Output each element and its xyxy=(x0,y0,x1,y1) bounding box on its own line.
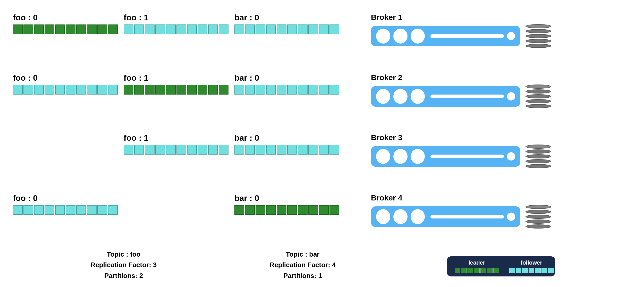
broker1-line-area xyxy=(428,32,515,40)
cell xyxy=(245,145,255,155)
cell xyxy=(219,145,228,155)
row2-bar0: bar : 0 xyxy=(234,68,371,128)
row1-foo1: foo : 1 xyxy=(124,8,234,68)
cell xyxy=(23,205,33,215)
cell xyxy=(124,85,133,95)
broker3-oval1 xyxy=(376,149,390,164)
cell xyxy=(176,145,186,155)
row1-bar0: bar : 0 xyxy=(234,8,371,68)
cell xyxy=(256,205,265,215)
cell xyxy=(87,205,97,215)
cell xyxy=(308,85,318,95)
broker4-db xyxy=(526,205,551,229)
broker4-label: Broker 4 xyxy=(371,193,402,202)
cell xyxy=(34,85,44,95)
cell xyxy=(45,24,54,34)
cell xyxy=(266,85,276,95)
cell xyxy=(319,205,329,215)
cell xyxy=(187,85,197,95)
db-disk xyxy=(526,44,551,48)
legend-follower-label: follower xyxy=(521,259,542,266)
cell xyxy=(266,24,276,34)
row1-foo0-label: foo : 0 xyxy=(13,13,124,22)
row1-bar0-label: bar : 0 xyxy=(234,13,371,22)
broker3-line-area xyxy=(428,152,515,161)
db-disk xyxy=(526,145,551,149)
foo-topic-info: Topic : foo Replication Factor: 3 Partit… xyxy=(13,248,234,279)
db-disk xyxy=(526,215,551,219)
row1-foo1-bar xyxy=(124,24,234,34)
legend-cell xyxy=(509,268,515,273)
cell xyxy=(277,205,286,215)
cell xyxy=(256,24,265,34)
cell xyxy=(134,85,144,95)
legend-cell xyxy=(541,268,547,273)
cell xyxy=(329,85,339,95)
legend-leader-label: leader xyxy=(469,259,485,266)
cell xyxy=(23,24,33,34)
broker3-circle xyxy=(507,152,515,161)
db-disk xyxy=(526,104,551,108)
legend-follower: follower xyxy=(509,259,554,273)
cell xyxy=(298,205,308,215)
cell xyxy=(34,24,44,34)
cell xyxy=(319,85,329,95)
row4-bar0-label: bar : 0 xyxy=(234,193,371,203)
broker1-oval3 xyxy=(411,29,425,44)
broker2-line xyxy=(430,95,504,98)
cell xyxy=(287,24,297,34)
cell xyxy=(329,205,339,215)
cell xyxy=(145,24,155,34)
broker2-line-area xyxy=(428,92,515,100)
row3-bar0-label: bar : 0 xyxy=(234,133,371,143)
row3-foo1: foo : 1 xyxy=(124,128,234,188)
row3-bar0-bar xyxy=(234,145,371,155)
cell xyxy=(45,205,54,215)
db-disk xyxy=(526,24,551,28)
row2-foo0-label: foo : 0 xyxy=(13,73,124,83)
cell xyxy=(87,85,97,95)
cell xyxy=(208,24,218,34)
cell xyxy=(198,85,207,95)
cell xyxy=(219,85,228,95)
cell xyxy=(145,85,155,95)
cell xyxy=(277,145,286,155)
db-disk xyxy=(526,205,551,209)
legend-cell xyxy=(468,268,473,273)
legend-cell xyxy=(461,268,467,273)
cell xyxy=(329,145,339,155)
row2-foo1-bar xyxy=(124,85,234,95)
row2-foo1-label: foo : 1 xyxy=(124,73,234,83)
cell xyxy=(166,24,176,34)
cell xyxy=(97,85,107,95)
cell xyxy=(124,24,133,34)
broker1-oval1 xyxy=(376,29,390,44)
broker2-db xyxy=(526,85,551,108)
cell xyxy=(245,24,255,34)
broker1-box xyxy=(371,26,520,46)
cell xyxy=(198,145,207,155)
broker4-container xyxy=(371,202,631,229)
cell xyxy=(97,205,107,215)
cell xyxy=(234,24,244,34)
broker4-oval1 xyxy=(376,209,390,224)
broker2-circle xyxy=(507,92,515,100)
legend-cell xyxy=(474,268,480,273)
row4-foo0: foo : 0 xyxy=(13,188,124,249)
broker1-circle xyxy=(507,32,515,40)
cell xyxy=(287,205,297,215)
broker2-box xyxy=(371,86,520,107)
db-disk xyxy=(526,159,551,163)
row4-foo1-empty xyxy=(124,188,234,249)
db-disk xyxy=(526,220,551,224)
cell xyxy=(34,205,44,215)
cell xyxy=(55,205,65,215)
row1-foo1-label: foo : 1 xyxy=(124,13,234,22)
legend-cell xyxy=(535,268,541,273)
broker1-container xyxy=(371,22,631,48)
db-disk xyxy=(526,154,551,158)
broker3-label: Broker 3 xyxy=(371,133,402,142)
foo-partitions: Partitions: 2 xyxy=(90,271,157,281)
db-disk xyxy=(526,34,551,38)
cell xyxy=(287,85,297,95)
